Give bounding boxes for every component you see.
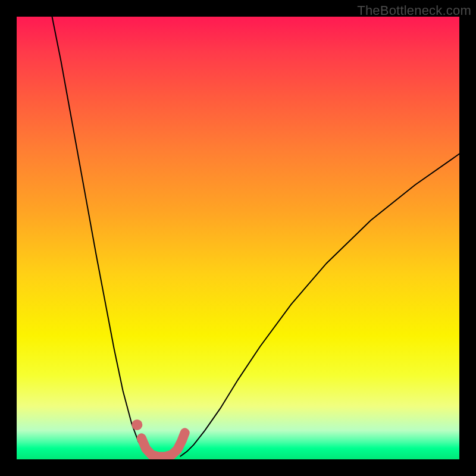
curves-svg <box>17 17 459 459</box>
right-curve <box>180 154 459 456</box>
valley-start-dot <box>131 419 142 430</box>
plot-area <box>17 17 459 459</box>
left-curve <box>52 17 150 457</box>
valley-highlight <box>142 433 185 456</box>
watermark-text: TheBottleneck.com <box>357 3 471 18</box>
chart-frame: TheBottleneck.com <box>0 0 476 476</box>
